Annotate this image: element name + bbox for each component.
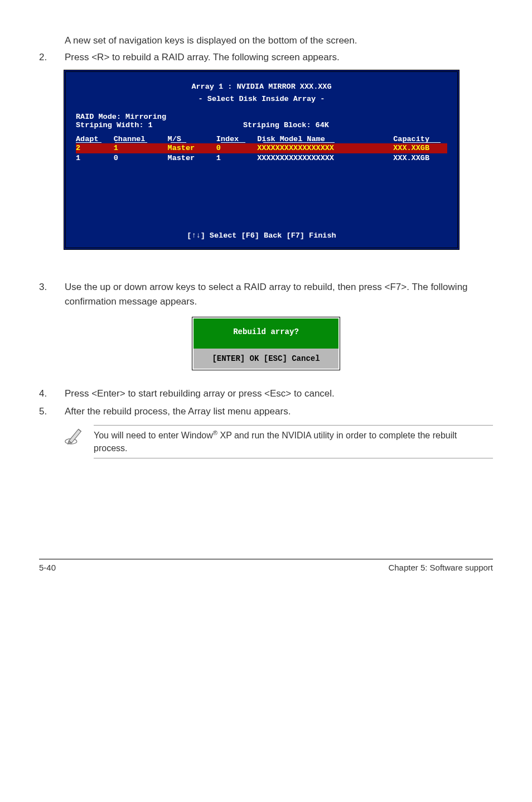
step-number: 2. [39, 50, 65, 65]
page-footer: 5-40 Chapter 5: Software support [39, 559, 493, 572]
cell-adapt: 2 [76, 143, 114, 153]
cell-adapt: 1 [76, 153, 114, 163]
page-number: 5-40 [39, 563, 56, 572]
step-number: 4. [39, 386, 65, 401]
cell-cap: XXX.XXGB [393, 153, 447, 163]
pencil-icon [64, 425, 85, 446]
chapter-label: Chapter 5: Software support [388, 563, 493, 572]
table-row[interactable]: 1 0 Master 1 XXXXXXXXXXXXXXXXX XXX.XXGB [76, 153, 447, 163]
cell-index: 0 [216, 143, 258, 153]
striping-block: Striping Block: 64K [243, 121, 329, 129]
cell-channel: 0 [114, 153, 168, 163]
step-text: Press <R> to rebuild a RAID array. The f… [65, 50, 493, 65]
cell-model: XXXXXXXXXXXXXXXXX [257, 143, 393, 153]
bios-footer-hint: [↑↓] Select [F6] Back [F7] Finish [66, 227, 457, 248]
raid-mode: RAID Mode: Mirroring [76, 113, 447, 121]
cell-ms: Master [168, 153, 216, 163]
cell-channel: 1 [114, 143, 168, 153]
bios-screen: Array 1 : NVIDIA MIRROR XXX.XXG - Select… [64, 70, 460, 250]
cell-cap: XXX.XXGB [393, 143, 447, 153]
step-text: Press <Enter> to start rebuilding array … [65, 386, 493, 401]
step-5: 5. After the rebuild process, the Array … [39, 404, 493, 419]
step-3: 3. Use the up or down arrow keys to sele… [39, 280, 493, 308]
bios-title-2: - Select Disk Inside Array - [66, 93, 457, 105]
striping-width: Striping Width: 1 [76, 121, 243, 129]
step-2: 2. Press <R> to rebuild a RAID array. Th… [39, 50, 493, 65]
modal-actions[interactable]: [ENTER] OK [ESC] Cancel [194, 349, 338, 369]
note-block: You will need to enter Window® XP and ru… [64, 425, 493, 458]
intro-text: A new set of navigation keys is displaye… [65, 33, 493, 48]
step-text: Use the up or down arrow keys to select … [65, 280, 493, 308]
table-row[interactable]: 2 1 Master 0 XXXXXXXXXXXXXXXXX XXX.XXGB [76, 143, 447, 153]
confirm-modal: Rebuild array? [ENTER] OK [ESC] Cancel [192, 317, 340, 370]
modal-question: Rebuild array? [194, 318, 338, 349]
step-4: 4. Press <Enter> to start rebuilding arr… [39, 386, 493, 401]
bios-title-1: Array 1 : NVIDIA MIRROR XXX.XXG [66, 81, 457, 93]
cell-ms: Master [168, 143, 216, 153]
step-text: After the rebuild process, the Array lis… [65, 404, 493, 419]
step-number: 5. [39, 404, 65, 419]
step-number: 3. [39, 280, 65, 308]
cell-model: XXXXXXXXXXXXXXXXX [257, 153, 393, 163]
cell-index: 1 [216, 153, 258, 163]
note-text: You will need to enter Window® XP and ru… [94, 425, 493, 458]
